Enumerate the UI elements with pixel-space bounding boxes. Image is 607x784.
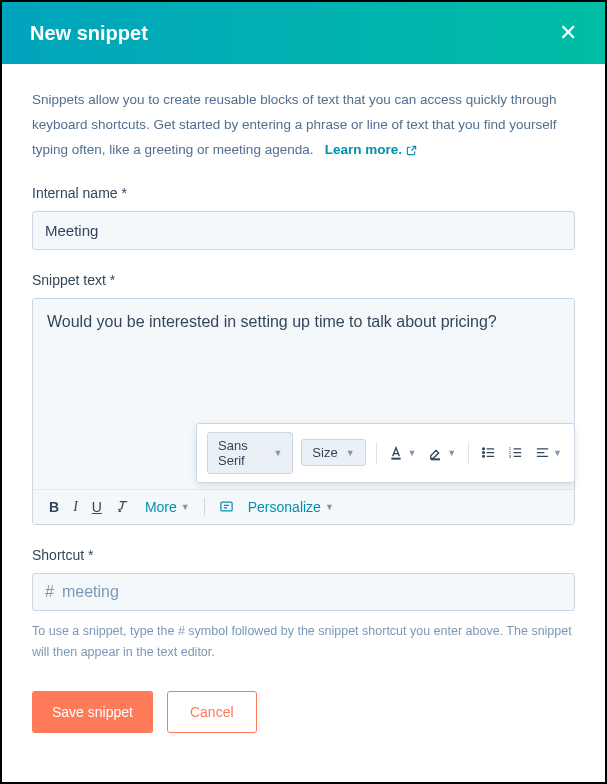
external-link-icon [406, 145, 417, 156]
learn-more-link[interactable]: Learn more. [325, 138, 417, 163]
dialog-title: New snippet [30, 22, 148, 45]
highlight-color-button[interactable]: ▼ [426, 441, 458, 465]
svg-rect-0 [221, 503, 232, 512]
snippet-editor-container: Would you be interested in setting up ti… [32, 298, 575, 525]
font-family-label: Sans Serif [218, 438, 265, 468]
dialog-header: New snippet ✕ [2, 2, 605, 64]
font-family-select[interactable]: Sans Serif ▼ [207, 432, 293, 474]
ordered-list-button[interactable]: 123 [506, 441, 525, 464]
formatting-popover: Sans Serif ▼ Size ▼ ▼ ▼ 123 [196, 423, 575, 483]
svg-point-5 [483, 456, 485, 458]
chevron-down-icon: ▼ [346, 448, 355, 458]
font-size-select[interactable]: Size ▼ [301, 439, 365, 466]
svg-point-3 [483, 448, 485, 450]
toolbar-divider [204, 498, 205, 516]
svg-rect-1 [392, 458, 401, 460]
more-label: More [145, 499, 177, 515]
clear-formatting-button[interactable] [116, 499, 131, 514]
intro-copy: Snippets allow you to create reusable bl… [32, 92, 557, 157]
shortcut-prefix: # [45, 583, 54, 601]
shortcut-field: Shortcut * # meeting To use a snippet, t… [32, 547, 575, 664]
snippet-text-label: Snippet text * [32, 272, 575, 288]
personalize-button[interactable]: Personalize ▼ [248, 499, 334, 515]
chevron-down-icon: ▼ [273, 448, 282, 458]
chevron-down-icon: ▼ [181, 502, 190, 512]
italic-button[interactable]: I [73, 499, 78, 515]
svg-text:3: 3 [509, 454, 512, 459]
shortcut-input[interactable]: # meeting [32, 573, 575, 611]
underline-button[interactable]: U [92, 499, 102, 515]
chevron-down-icon: ▼ [325, 502, 334, 512]
text-color-button[interactable]: ▼ [386, 441, 418, 465]
popover-divider [376, 442, 377, 464]
internal-name-label: Internal name * [32, 185, 575, 201]
intro-text: Snippets allow you to create reusable bl… [32, 88, 575, 163]
editor-toolbar: B I U More ▼ Personalize ▼ [33, 489, 574, 524]
chevron-down-icon: ▼ [407, 448, 416, 458]
popover-divider [468, 442, 469, 464]
shortcut-label: Shortcut * [32, 547, 575, 563]
bold-button[interactable]: B [49, 499, 59, 515]
chevron-down-icon: ▼ [447, 448, 456, 458]
close-icon[interactable]: ✕ [559, 20, 577, 46]
more-button[interactable]: More ▼ [145, 499, 190, 515]
font-size-label: Size [312, 445, 337, 460]
internal-name-field: Internal name * [32, 185, 575, 250]
internal-name-input[interactable] [32, 211, 575, 250]
dialog-actions: Save snippet Cancel [32, 691, 575, 733]
save-button[interactable]: Save snippet [32, 691, 153, 733]
svg-rect-2 [431, 458, 440, 460]
shortcut-hint: To use a snippet, type the # symbol foll… [32, 621, 575, 664]
shortcut-value: meeting [62, 583, 119, 601]
unordered-list-button[interactable] [479, 441, 498, 464]
personalize-label: Personalize [248, 499, 321, 515]
dialog-body: Snippets allow you to create reusable bl… [2, 64, 605, 757]
snippet-editor: Would you be interested in setting up ti… [32, 298, 575, 525]
insert-token-button[interactable] [219, 499, 234, 514]
cancel-button[interactable]: Cancel [167, 691, 257, 733]
align-button[interactable]: ▼ [533, 441, 564, 464]
svg-point-4 [483, 452, 485, 454]
chevron-down-icon: ▼ [553, 448, 562, 458]
learn-more-label: Learn more. [325, 138, 402, 163]
